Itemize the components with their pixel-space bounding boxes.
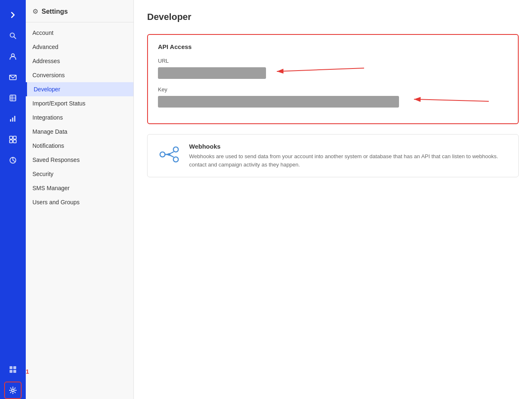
sidebar: ⚙ Settings Account Advanced Addresses Co…	[26, 0, 134, 399]
apps-icon[interactable]	[4, 361, 22, 378]
svg-rect-13	[10, 140, 12, 143]
chevron-right-icon[interactable]	[4, 6, 22, 24]
key-field-section: Key	[158, 86, 508, 108]
svg-point-24	[160, 152, 165, 157]
url-label: URL	[158, 58, 508, 64]
url-field-section: URL	[158, 58, 508, 79]
svg-rect-9	[12, 117, 13, 122]
svg-rect-8	[10, 119, 11, 122]
webhooks-title: Webhooks	[189, 143, 508, 150]
sidebar-item-conversions[interactable]: Conversions	[26, 68, 133, 82]
campaigns-icon[interactable]	[4, 131, 22, 148]
sidebar-item-manage-data[interactable]: Manage Data	[26, 125, 133, 139]
webhooks-text: Webhooks Webhooks are used to send data …	[189, 143, 508, 169]
settings-nav: Account Advanced Addresses Conversions 2…	[26, 22, 133, 399]
svg-rect-12	[13, 136, 16, 139]
webhooks-description: Webhooks are used to send data from your…	[189, 152, 508, 169]
sidebar-item-advanced[interactable]: Advanced	[26, 40, 133, 54]
svg-rect-19	[13, 370, 16, 373]
url-value-bar	[158, 67, 266, 79]
icon-bar: 1	[0, 0, 26, 399]
settings-title: Settings	[42, 8, 68, 15]
sidebar-item-security[interactable]: Security	[26, 167, 133, 181]
svg-point-20	[12, 389, 14, 392]
svg-rect-14	[13, 140, 16, 143]
person-icon[interactable]	[4, 48, 22, 65]
sidebar-item-integrations[interactable]: Integrations	[26, 110, 133, 125]
svg-point-27	[168, 153, 170, 156]
settings-icon[interactable]	[4, 382, 22, 399]
sidebar-item-users-groups[interactable]: Users and Groups	[26, 195, 133, 209]
webhooks-section: Webhooks Webhooks are used to send data …	[147, 134, 519, 177]
svg-rect-18	[10, 370, 12, 373]
svg-rect-17	[13, 366, 16, 369]
analytics-icon[interactable]	[4, 152, 22, 169]
svg-point-26	[173, 157, 178, 162]
api-access-section: API Access URL Key	[147, 34, 519, 124]
svg-line-1	[14, 37, 16, 39]
sidebar-item-import-export[interactable]: Import/Export Status	[26, 96, 133, 110]
key-value-bar	[158, 96, 399, 108]
sidebar-item-addresses[interactable]: Addresses	[26, 54, 133, 68]
svg-point-25	[173, 147, 178, 152]
main-content: Developer API Access URL Key	[134, 0, 532, 399]
sidebar-item-saved-responses[interactable]: Saved Responses	[26, 153, 133, 167]
settings-header-icon: ⚙	[32, 7, 38, 15]
sidebar-item-notifications[interactable]: Notifications	[26, 139, 133, 153]
email-icon[interactable]	[4, 69, 22, 86]
webhooks-icon	[158, 144, 180, 165]
api-access-title: API Access	[158, 43, 508, 50]
sidebar-item-account[interactable]: Account	[26, 26, 133, 40]
search-icon[interactable]	[4, 27, 22, 44]
sidebar-item-developer[interactable]: Developer	[26, 82, 133, 96]
sidebar-item-sms-manager[interactable]: SMS Manager	[26, 181, 133, 195]
svg-rect-16	[10, 366, 12, 369]
sidebar-header: ⚙ Settings	[26, 0, 133, 22]
key-label: Key	[158, 86, 508, 93]
annotation-1: 1	[26, 368, 29, 375]
contacts-icon[interactable]	[4, 89, 22, 107]
svg-rect-4	[10, 95, 16, 101]
webhooks-icon-wrap	[158, 143, 181, 166]
reports-icon[interactable]	[4, 110, 22, 127]
svg-rect-10	[14, 116, 15, 122]
page-title: Developer	[147, 12, 519, 22]
svg-rect-11	[10, 136, 12, 139]
